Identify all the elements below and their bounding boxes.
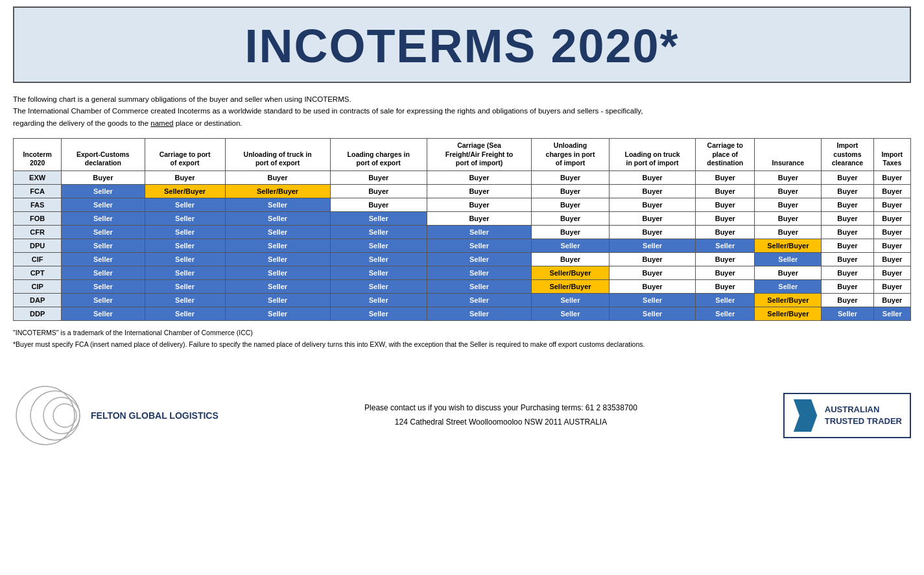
data-cell: Buyer — [609, 171, 695, 185]
data-cell: Seller/Buyer — [532, 266, 610, 280]
data-cell: Buyer — [822, 185, 873, 198]
col-header-carriage-sea: Carriage (SeaFreight/Air Freight toport … — [427, 139, 531, 171]
company-name: FELTON GLOBAL LOGISTICS — [91, 410, 219, 421]
page-title: INCOTERMS 2020* — [14, 19, 910, 73]
col-header-unloading-truck: Unloading of truck inport of export — [225, 139, 330, 171]
data-cell: Seller — [145, 198, 225, 212]
data-cell: Buyer — [427, 198, 531, 212]
footnote-1: "INCOTERMS" is a trademark of the Intern… — [13, 327, 911, 339]
footer-badge-area: AUSTRALIAN TRUSTED TRADER — [781, 393, 911, 438]
data-cell: Buyer — [330, 198, 427, 212]
data-cell: Seller — [62, 280, 145, 294]
data-cell: Buyer — [755, 212, 822, 226]
incoterms-table: Incoterm2020 Export-Customsdeclaration C… — [13, 138, 911, 321]
data-cell: Buyer — [822, 294, 873, 307]
data-cell: Seller — [62, 185, 145, 198]
data-cell: Seller — [145, 280, 225, 294]
footer-contact: Please contact us if you wish to discuss… — [220, 401, 781, 429]
col-header-loading-truck-import: Loading on truckin port of import — [609, 139, 695, 171]
data-cell: Buyer — [873, 212, 910, 226]
data-cell: Seller — [145, 294, 225, 307]
data-cell: Buyer — [822, 266, 873, 280]
data-cell: Seller — [427, 280, 531, 294]
term-cell: FOB — [14, 212, 62, 226]
australian-trusted-trader-badge: AUSTRALIAN TRUSTED TRADER — [783, 393, 911, 438]
data-cell: Seller/Buyer — [755, 239, 822, 253]
att-line1: AUSTRALIAN — [825, 404, 902, 416]
table-row: CPTSellerSellerSellerSellerSellerSeller/… — [14, 266, 911, 280]
data-cell: Buyer — [609, 253, 695, 266]
intro-named: named — [150, 119, 173, 127]
data-cell: Buyer — [873, 253, 910, 266]
data-cell: Buyer — [822, 171, 873, 185]
data-cell: Seller — [755, 253, 822, 266]
data-cell: Seller — [532, 307, 610, 321]
table-row: DPUSellerSellerSellerSellerSellerSellerS… — [14, 239, 911, 253]
data-cell: Seller — [532, 239, 610, 253]
data-cell: Seller/Buyer — [145, 185, 225, 198]
data-cell: Seller — [62, 226, 145, 239]
data-cell: Seller — [62, 253, 145, 266]
data-cell: Seller — [873, 307, 910, 321]
data-cell: Buyer — [755, 171, 822, 185]
data-cell: Buyer — [532, 253, 610, 266]
svg-point-0 — [16, 386, 75, 445]
data-cell: Buyer — [532, 198, 610, 212]
intro-section: The following chart is a general summary… — [13, 93, 911, 129]
table-row: CFRSellerSellerSellerSellerSellerBuyerBu… — [14, 226, 911, 239]
data-cell: Buyer — [609, 185, 695, 198]
data-cell: Seller — [62, 266, 145, 280]
term-cell: DAP — [14, 294, 62, 307]
data-cell: Buyer — [427, 171, 531, 185]
data-cell: Seller — [145, 239, 225, 253]
data-cell: Buyer — [427, 185, 531, 198]
term-cell: DPU — [14, 239, 62, 253]
data-cell: Buyer — [532, 226, 610, 239]
data-cell: Seller — [145, 253, 225, 266]
contact-line2: 124 Cathedral Street Woolloomooloo NSW 2… — [220, 416, 781, 430]
data-cell: Buyer — [822, 280, 873, 294]
data-cell: Seller — [696, 307, 755, 321]
intro-line3-start: regarding the delivery of the goods to t… — [13, 119, 148, 127]
data-cell: Buyer — [696, 253, 755, 266]
att-line2: TRUSTED TRADER — [825, 416, 902, 427]
data-cell: Buyer — [427, 212, 531, 226]
data-cell: Buyer — [755, 266, 822, 280]
data-cell: Buyer — [822, 239, 873, 253]
data-cell: Buyer — [873, 280, 910, 294]
data-cell: Buyer — [696, 226, 755, 239]
data-cell: Buyer — [755, 226, 822, 239]
data-cell: Seller — [330, 253, 427, 266]
data-cell: Buyer — [330, 185, 427, 198]
contact-line1: Please contact us if you wish to discuss… — [220, 401, 781, 416]
table-row: FOBSellerSellerSellerSellerBuyerBuyerBuy… — [14, 212, 911, 226]
table-header-row: Incoterm2020 Export-Customsdeclaration C… — [14, 139, 911, 171]
intro-line2: The International Chamber of Commerce cr… — [13, 105, 911, 117]
col-header-carriage-export: Carriage to portof export — [145, 139, 225, 171]
data-cell: Seller — [755, 280, 822, 294]
data-cell: Seller — [225, 294, 330, 307]
data-cell: Buyer — [873, 198, 910, 212]
data-cell: Seller — [609, 239, 695, 253]
data-cell: Buyer — [822, 253, 873, 266]
term-cell: CIF — [14, 253, 62, 266]
intro-line3-end: place or destination. — [176, 119, 243, 127]
data-cell: Seller — [225, 280, 330, 294]
data-cell: Buyer — [62, 171, 145, 185]
table-row: CIPSellerSellerSellerSellerSellerSeller/… — [14, 280, 911, 294]
data-cell: Buyer — [755, 198, 822, 212]
data-cell: Buyer — [609, 212, 695, 226]
table-row: EXWBuyerBuyerBuyerBuyerBuyerBuyerBuyerBu… — [14, 171, 911, 185]
data-cell: Seller/Buyer — [755, 294, 822, 307]
data-cell: Seller — [427, 226, 531, 239]
data-cell: Seller — [330, 280, 427, 294]
data-cell: Buyer — [696, 212, 755, 226]
data-cell: Seller — [696, 294, 755, 307]
data-cell: Seller — [62, 294, 145, 307]
intro-line1: The following chart is a general summary… — [13, 93, 911, 105]
data-cell: Buyer — [873, 266, 910, 280]
col-header-import-taxes: ImportTaxes — [873, 139, 910, 171]
att-chevron-icon — [792, 399, 818, 432]
table-row: FCASellerSeller/BuyerSeller/BuyerBuyerBu… — [14, 185, 911, 198]
col-header-carriage-destination: Carriage toplace ofdestination — [696, 139, 755, 171]
